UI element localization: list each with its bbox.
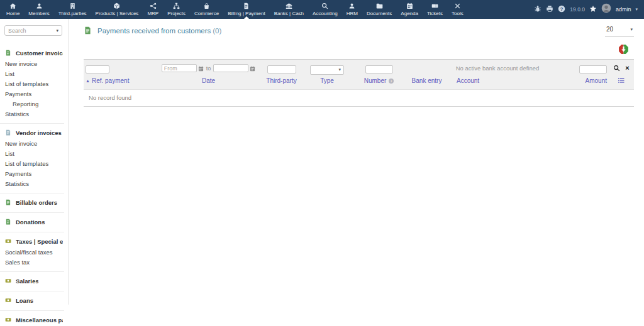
topmenu-label: Tools <box>452 11 464 16</box>
top-menu-items: HomeMembersThird-partiesProducts | Servi… <box>0 0 468 19</box>
sidebar-section-title: Miscellaneous paym… <box>16 317 63 323</box>
filter-number-input[interactable] <box>365 65 393 73</box>
topmenu-label: Accounting <box>313 11 338 16</box>
topmenu-label: Tickets <box>427 11 443 16</box>
calendar-icon[interactable] <box>250 63 255 74</box>
sidebar-section-title: Loans <box>16 297 33 304</box>
sidebar-item-new-invoice[interactable]: New invoice <box>5 138 63 148</box>
user-icon <box>36 3 43 9</box>
money-icon <box>5 237 11 245</box>
column-header-number[interactable]: Numberi <box>352 76 406 90</box>
sidebar-section-title: Taxes | Special expe… <box>16 238 63 245</box>
bug-icon[interactable] <box>534 4 541 15</box>
topmenu-label: Products | Services <box>96 11 139 16</box>
column-header-row: ▲Ref. paymentDateThird-partyTypeNumberiB… <box>84 76 634 90</box>
sidebar-section-title: Vendor invoices <box>16 129 62 136</box>
topmenu-item-tickets[interactable]: Tickets <box>423 0 447 19</box>
topmenu-item-agenda[interactable]: Agenda <box>396 0 423 19</box>
bill-icon <box>5 129 11 136</box>
nodes-icon <box>150 3 157 9</box>
empty-row: No record found <box>84 89 634 106</box>
sidebar-item-list[interactable]: List <box>5 148 63 158</box>
bookmark-star-icon[interactable] <box>589 4 597 15</box>
sidebar-section-header-donations[interactable]: Donations <box>5 217 63 227</box>
topmenu-label: Members <box>28 11 49 16</box>
printer-icon[interactable] <box>546 4 553 15</box>
user-menu-label[interactable]: admin <box>616 6 631 13</box>
topmenu-item-tools[interactable]: Tools <box>447 0 468 19</box>
sidebar-item-reporting[interactable]: Reporting <box>5 99 63 109</box>
sidebar-item-social-fiscal-taxes[interactable]: Social/fiscal taxes <box>5 247 63 257</box>
customer-invoice-icon <box>84 26 92 35</box>
column-header-type[interactable]: Type <box>302 76 352 90</box>
sidebar-section-loans: Loans <box>0 291 64 310</box>
topmenu-item-mrp[interactable]: MRP <box>143 0 163 19</box>
select-columns-icon[interactable] <box>609 76 634 90</box>
column-header-ref-payment[interactable]: ▲Ref. payment <box>84 76 156 90</box>
help-icon[interactable] <box>558 4 565 15</box>
sidebar-section-header-loans[interactable]: Loans <box>5 295 63 306</box>
sort-asc-icon: ▲ <box>86 79 90 83</box>
sidebar-section-title: Donations <box>16 219 45 225</box>
user-avatar[interactable] <box>601 3 611 16</box>
money-icon <box>5 316 11 323</box>
sidebar-section-header-miscellaneous-paym[interactable]: Miscellaneous paym… <box>5 315 63 325</box>
sidebar-search-combo[interactable]: Search ▾ <box>4 25 62 36</box>
column-header-date[interactable]: Date <box>156 76 261 90</box>
column-header-third-party[interactable]: Third-party <box>261 76 302 90</box>
topmenu-item-members[interactable]: Members <box>24 0 53 19</box>
sidebar-section-header-billable-orders[interactable]: Billable orders <box>5 197 63 208</box>
user-icon <box>348 3 355 9</box>
filter-amount-input[interactable] <box>579 65 607 73</box>
title-bar: Payments received from customers(0) 20 ▾ <box>69 19 644 37</box>
filter-row: to ▾ No active bank account defined × <box>84 60 634 76</box>
topmenu-item-home[interactable]: Home <box>2 0 24 19</box>
topmenu-item-hrm[interactable]: HRM <box>342 0 362 19</box>
sidebar-section-header-taxes-special-expe[interactable]: Taxes | Special expe… <box>5 236 63 247</box>
clear-filter-icon[interactable]: × <box>625 65 629 72</box>
topmenu-item-banks-cash[interactable]: Banks | Cash <box>270 0 308 19</box>
sidebar-item-list-of-templates[interactable]: List of templates <box>5 158 63 168</box>
sidebar-item-sales-tax[interactable]: Sales tax <box>5 257 63 267</box>
topmenu-label: Home <box>6 11 19 16</box>
sidebar-item-payments[interactable]: Payments <box>5 168 63 178</box>
export-pdf-icon[interactable] <box>618 44 629 55</box>
topmenu-label: MRP <box>147 11 158 16</box>
sidebar-section-header-vendor-invoices[interactable]: Vendor invoices <box>5 128 63 138</box>
sidebar-item-statistics[interactable]: Statistics <box>5 109 63 119</box>
payments-table: to ▾ No active bank account defined × ▲R… <box>84 59 634 107</box>
main-content: Payments received from customers(0) 20 ▾… <box>69 19 644 326</box>
topmenu-item-billing-payment[interactable]: Billing | Payment <box>223 0 269 19</box>
topmenu-item-projects[interactable]: Projects <box>163 0 190 19</box>
topmenu-item-commerce[interactable]: Commerce <box>190 0 223 19</box>
page-size-selector[interactable]: 20 ▾ <box>605 26 634 37</box>
topmenu-item-accounting[interactable]: Accounting <box>308 0 342 19</box>
topmenu-item-documents[interactable]: Documents <box>362 0 396 19</box>
topmenu-item-products-services[interactable]: Products | Services <box>91 0 143 19</box>
sidebar-item-payments[interactable]: Payments <box>5 89 63 99</box>
filter-third-party-input[interactable] <box>267 65 296 73</box>
empty-message: No record found <box>84 89 634 106</box>
filter-date-from-input[interactable] <box>162 64 197 72</box>
sidebar-sections: Customer invoicesNew invoiceListList of … <box>0 44 69 326</box>
sidebar-item-new-invoice[interactable]: New invoice <box>5 58 63 68</box>
bank-account-message: No active bank account defined <box>450 65 545 72</box>
filter-ref-payment-input[interactable] <box>86 65 109 73</box>
column-header-amount[interactable]: Amount <box>547 76 609 90</box>
filter-date-to-input[interactable] <box>213 64 248 72</box>
column-header-account[interactable]: Account <box>448 76 547 90</box>
sidebar-item-statistics[interactable]: Statistics <box>5 178 63 188</box>
column-header-bank-entry[interactable]: Bank entry <box>406 76 448 90</box>
filter-type-select[interactable]: ▾ <box>310 65 344 75</box>
user-menu-chevron-down-icon[interactable]: ▾ <box>635 7 638 12</box>
sidebar-item-list-of-templates[interactable]: List of templates <box>5 79 63 89</box>
calendar-icon[interactable] <box>198 63 204 74</box>
sidebar-section-header-salaries[interactable]: Salaries <box>5 276 63 286</box>
record-count: (0) <box>213 27 221 35</box>
search-icon[interactable] <box>613 63 620 74</box>
topmenu-label: Billing | Payment <box>228 11 265 16</box>
sidebar-item-list[interactable]: List <box>5 68 63 79</box>
topmenu-item-third-parties[interactable]: Third-parties <box>54 0 91 19</box>
sidebar-section-header-customer-invoices[interactable]: Customer invoices <box>5 48 63 58</box>
sidebar-section-salaries: Salaries <box>0 271 64 291</box>
